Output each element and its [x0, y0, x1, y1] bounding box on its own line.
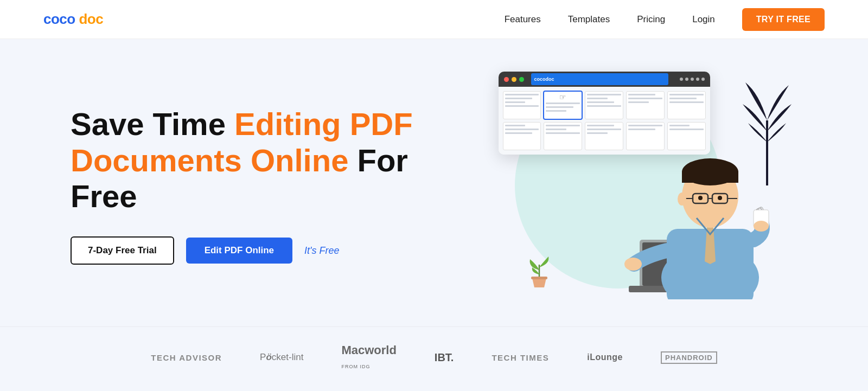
doc-line	[587, 101, 614, 103]
brand-ilounge: iLounge	[587, 352, 623, 362]
hero-title-line2-orange: Documents Online	[71, 143, 358, 178]
doc-line	[669, 94, 704, 95]
doc-line	[587, 94, 621, 95]
hero-section: Save Time Editing PDF Documents Online F…	[0, 39, 868, 326]
doc-line	[628, 98, 662, 99]
nav-login[interactable]: Login	[692, 14, 715, 25]
nav-pricing[interactable]: Pricing	[637, 14, 665, 25]
hero-title-line1-black: Save Time	[71, 106, 234, 142]
doc-line	[587, 125, 614, 126]
dot-green	[519, 77, 524, 82]
nav-templates[interactable]: Templates	[568, 14, 610, 25]
brand-tech-times: TECH TIMES	[492, 353, 549, 362]
hero-title-line1-orange: Editing PDF	[234, 106, 413, 142]
person-illustration	[623, 110, 775, 299]
doc-line	[546, 132, 580, 134]
nav-dot	[701, 78, 705, 81]
doc-line	[505, 98, 532, 99]
hero-title: Save Time Editing PDF Documents Online F…	[71, 106, 449, 215]
doc-line	[546, 129, 566, 130]
doc-line	[669, 101, 704, 103]
its-free-label: It's Free	[304, 245, 339, 257]
doc-line	[505, 101, 526, 103]
doc-line	[546, 125, 580, 126]
doc-line	[546, 106, 573, 108]
brand-tech-advisor: TECH ADVISOR	[151, 353, 222, 362]
doc-line	[505, 132, 532, 134]
cursor-icon: ☞	[546, 93, 580, 101]
doc-thumb	[585, 91, 623, 119]
svg-point-18	[624, 258, 642, 271]
doc-line	[505, 129, 539, 130]
doc-line	[628, 94, 655, 95]
nav: Features Templates Pricing Login TRY IT …	[505, 8, 825, 31]
svg-point-20	[754, 221, 769, 232]
logo[interactable]: coco doc	[43, 11, 103, 28]
svg-rect-9	[682, 172, 738, 183]
nav-dot	[680, 78, 683, 81]
doc-thumb	[585, 122, 623, 150]
nav-dot	[696, 78, 699, 81]
nav-dot	[691, 78, 694, 81]
hero-left: Save Time Editing PDF Documents Online F…	[71, 106, 470, 265]
hero-right: cocodoc	[470, 72, 797, 299]
doc-thumb	[544, 122, 582, 150]
dot-red	[504, 77, 509, 82]
doc-thumb	[503, 122, 541, 150]
doc-line	[587, 129, 621, 130]
svg-rect-21	[531, 277, 547, 279]
plant-icon	[526, 254, 553, 291]
logo-doc-suffix: doc	[79, 11, 103, 27]
brand-macworld: MacworldFROM IDG	[341, 343, 396, 371]
nav-features[interactable]: Features	[505, 14, 541, 25]
doc-thumb-active: ☞	[544, 91, 582, 119]
browser-url-text: cocodoc	[534, 76, 554, 82]
trial-button[interactable]: 7-Day Free Trial	[71, 236, 174, 265]
doc-line	[587, 98, 608, 99]
doc-line	[669, 98, 697, 99]
browser-url-bar: cocodoc	[531, 73, 668, 85]
browser-nav-dots	[680, 78, 705, 81]
doc-line	[587, 105, 621, 107]
nav-dot	[685, 78, 688, 81]
doc-line	[505, 94, 539, 95]
hero-buttons: 7-Day Free Trial Edit PDF Online It's Fr…	[71, 236, 449, 265]
doc-line	[587, 132, 608, 134]
svg-point-15	[698, 196, 703, 200]
header: coco doc Features Templates Pricing Logi…	[0, 0, 868, 39]
dot-yellow	[512, 77, 516, 82]
doc-line	[505, 125, 526, 126]
illustration: cocodoc	[493, 72, 775, 299]
brand-ibt: IBT.	[435, 351, 454, 364]
doc-line	[505, 105, 539, 107]
brands-section: TECH ADVISOR Pöcket-lint MacworldFROM ID…	[0, 326, 868, 391]
brand-phandroid: PHANDROID	[661, 351, 717, 364]
logo-coco-prefix: coco	[43, 11, 75, 27]
doc-line	[546, 110, 566, 112]
doc-thumb	[503, 91, 541, 119]
try-free-button[interactable]: TRY IT FREE	[742, 8, 825, 31]
doc-line	[546, 102, 580, 104]
browser-bar: cocodoc	[499, 72, 710, 87]
svg-point-17	[678, 193, 686, 206]
edit-pdf-button[interactable]: Edit PDF Online	[186, 238, 292, 264]
svg-point-16	[718, 196, 722, 200]
brand-pocket-lint: Pöcket-lint	[260, 352, 303, 363]
doc-line	[628, 101, 649, 103]
